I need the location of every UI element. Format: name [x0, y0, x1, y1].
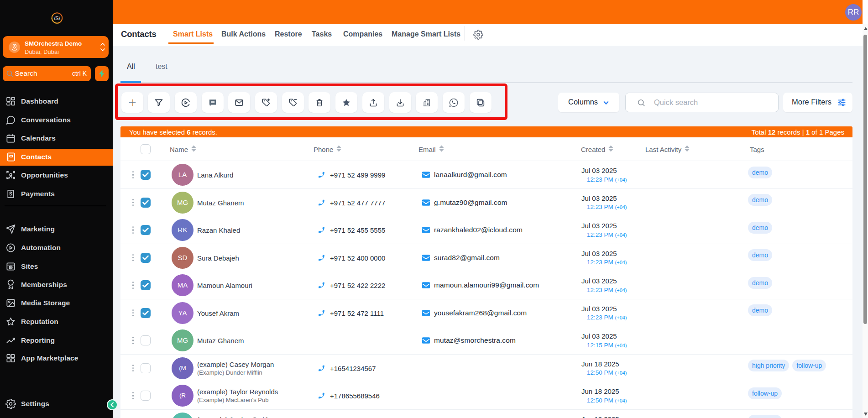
- svg-text:/S\: /S\: [54, 16, 60, 21]
